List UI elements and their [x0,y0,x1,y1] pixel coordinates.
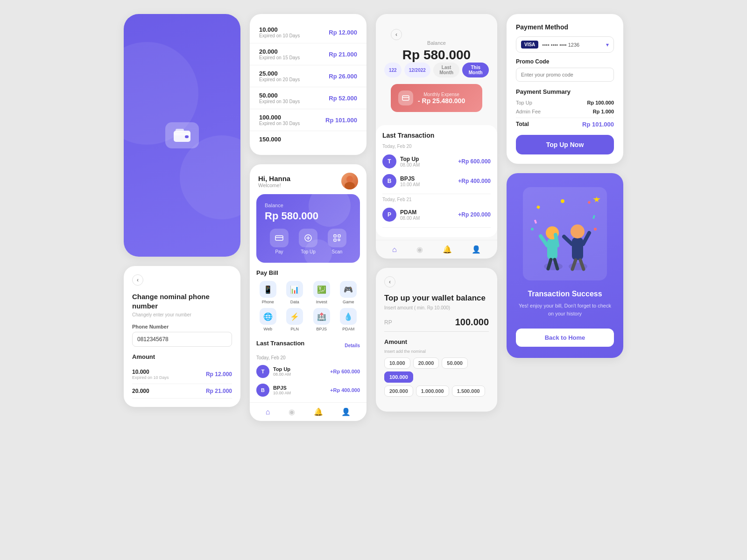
pln-icon: ⚡ [286,308,303,325]
monthly-expense-box: Monthly Expense - Rp 25.480.000 [391,84,482,112]
amount-chip[interactable]: 200.000 [384,385,413,397]
rp-input-row: RP 100.000 [384,317,489,332]
home-tx-item: T Top Up 08.00 AM +Rp 600.000 [250,362,366,381]
summary-row: Total Rp 101.000 [516,121,614,128]
svg-line-21 [556,235,557,245]
amount-chip[interactable]: 50.000 [442,357,468,369]
nav-bell-icon[interactable]: 🔔 [314,407,323,416]
back-home-button[interactable]: Back to Home [516,329,614,347]
dropdown-arrow-icon[interactable]: ▾ [606,42,609,48]
nav-user-icon[interactable]: 👤 [341,407,351,416]
amount-chip[interactable]: 1.000.000 [416,385,449,397]
svg-line-27 [564,237,572,244]
bd-nav-user[interactable]: 👤 [472,245,481,254]
bill-item-pln[interactable]: ⚡ PLN [283,308,307,331]
change-phone-amount-item[interactable]: 10.000 Expired on 10 Days Rp 12.000 [132,365,232,384]
balance-amount: Rp 580.000 [265,210,352,222]
visa-badge: VISA [521,41,538,49]
topup-now-button[interactable]: Top Up Now [516,135,614,154]
topup-list-item[interactable]: 20.000 Expired on 15 Days Rp 21.000 [250,43,366,65]
tx-section-title: Last Transaction [382,132,491,139]
success-subtitle: Yes! enjoy your bill, Don't forget to ch… [516,302,614,317]
filter-last-month-btn[interactable]: Last Month [433,63,460,77]
summary-row: Top Up Rp 100.000 [516,100,614,105]
amount-chip[interactable]: 20.000 [413,357,439,369]
bill-item-web[interactable]: 🌐 Web [256,308,280,331]
filter-this-month-btn[interactable]: This Month [462,63,489,77]
bd-nav-bell[interactable]: 🔔 [443,245,452,254]
svg-rect-32 [587,201,591,204]
last-tx-header: Last Transaction Details [250,340,366,355]
bill-item-pdam[interactable]: 💧 PDAM [337,308,360,331]
bill-item-bpjs[interactable]: 🏥 BPJS [310,308,333,331]
filter-num-btn[interactable]: 122 [384,63,402,77]
column-4: Payment Method VISA •••• •••• •••• 1236 … [507,14,623,358]
amount-chip[interactable]: 100.000 [384,371,413,383]
nav-home-icon[interactable]: ⌂ [266,408,270,416]
promo-input[interactable] [516,68,614,82]
svg-rect-12 [338,235,340,237]
topup-list-item[interactable]: 25.000 Expired on 20 Days Rp 26.000 [250,65,366,87]
bottom-nav: ⌂ ◉ 🔔 👤 [250,402,366,421]
payment-card: Payment Method VISA •••• •••• •••• 1236 … [507,14,623,164]
bill-item-data[interactable]: 📊 Data [283,281,307,304]
bd-nav-home[interactable]: ⌂ [392,245,397,254]
web-icon: 🌐 [260,308,276,325]
balance-detail-top: ‹ Balance Rp 580.000 122 12/2022 Last Mo… [376,14,497,125]
topup-list-item[interactable]: 100.000 Expired on 30 Days Rp 101.000 [250,109,366,131]
svg-marker-38 [593,196,600,202]
bill-item-game[interactable]: 🎮 Game [337,281,360,304]
visa-dots: •••• •••• •••• 1236 [542,42,602,48]
home-tx-list: T Top Up 08.00 AM +Rp 600.000 B BPJS 10.… [250,362,366,399]
back-button[interactable]: ‹ [132,274,143,286]
home-tx-item: B BPJS 10.00 AM +Rp 400.000 [250,381,366,399]
nav-wallet-icon[interactable]: ◉ [289,407,295,416]
expense-label: Monthly Expense [418,92,465,97]
phone-input[interactable] [132,332,232,347]
svg-rect-13 [334,239,336,241]
phone-icon: 📱 [260,281,276,298]
rp-value[interactable]: 100.000 [394,317,489,328]
bd-tx-item: P PDAM 08.00 AM +Rp 200.000 [382,205,491,224]
summary-row: Admin Fee Rp 1.000 [516,109,614,114]
bpjs-icon: 🏥 [313,308,330,325]
topup-list-item[interactable]: 150.000 [250,131,366,147]
chips-row1: 10.00020.00050.000100.000 [384,357,489,383]
details-link[interactable]: Details [345,343,360,348]
amount-chip[interactable]: 1.500.000 [452,385,485,397]
invest-icon: 💹 [313,281,330,298]
bill-grid-2: 🌐 Web ⚡ PLN 🏥 BPJS 💧 PDAM [256,308,360,331]
last-tx-title: Last Transaction [256,340,304,347]
splash-screen [124,14,240,257]
amount-list: 10.000 Expired on 10 Days Rp 12.000 20.0… [132,365,232,399]
filter-date-btn[interactable]: 12/2022 [404,63,430,77]
pay-action[interactable]: Pay [270,229,289,254]
svg-rect-1 [174,133,190,135]
form-subtitle: Changely enter your number [132,312,232,317]
svg-line-28 [583,233,589,244]
payment-summary-rows: Top Up Rp 100.000 Admin Fee Rp 1.000 Tot… [516,100,614,128]
topup-list-item[interactable]: 50.000 Expired on 30 Days Rp 52.000 [250,87,366,109]
svg-rect-25 [572,238,583,260]
amount-chips-section: Amount Insert add the nominal 10.00020.0… [384,338,489,397]
svg-rect-11 [334,235,336,237]
balance-detail-nav: ⌂ ◉ 🔔 👤 [376,240,497,259]
amount-chip[interactable]: 10.000 [384,357,410,369]
bd-nav-wallet[interactable]: ◉ [416,245,423,254]
filter-row: 122 12/2022 Last Month This Month [384,63,489,84]
svg-line-20 [541,236,547,245]
bill-item-phone[interactable]: 📱 Phone [256,281,280,304]
scan-icon [328,229,346,247]
change-phone-amount-item[interactable]: 20.000 Rp 21.000 [132,384,232,399]
topup-back-btn[interactable]: ‹ [384,276,395,287]
success-title: Transaction Success [528,290,602,298]
column-2: 10.000 Expired on 10 Days Rp 12.000 20.0… [250,14,366,421]
bill-item-invest[interactable]: 💹 Invest [310,281,333,304]
balance-back-btn[interactable]: ‹ [391,29,402,40]
greeting-block: Hi, Hanna Welcome! [258,175,290,188]
topup-list-item[interactable]: 10.000 Expired on 10 Days Rp 12.000 [250,21,366,43]
svg-point-14 [338,239,340,241]
bd-tx-item: B BPJS 10.00 AM +Rp 400.000 [382,171,491,191]
bd-tx-item: T Top Up 08.00 AM +Rp 600.000 [382,152,491,171]
form-title: Change nominal phone number [132,292,232,310]
